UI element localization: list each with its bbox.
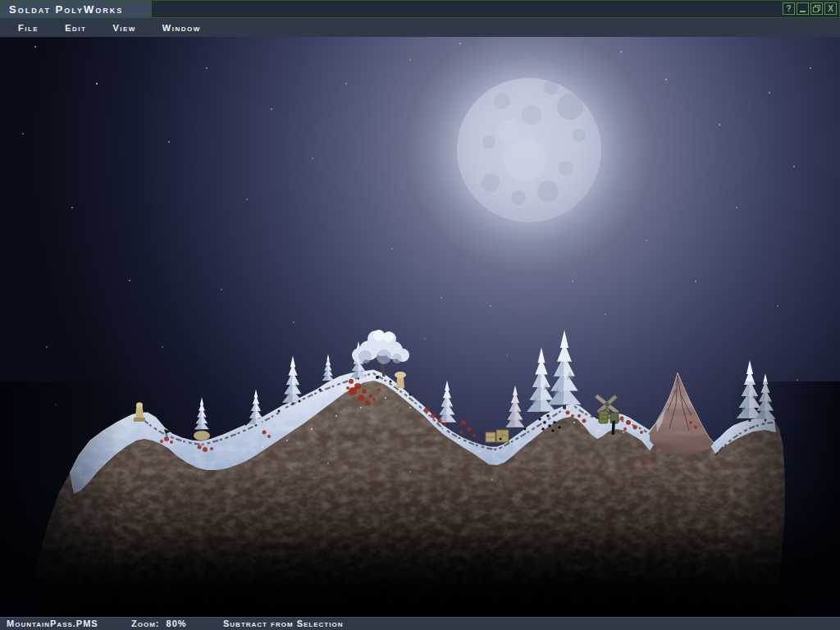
rock-outcrop	[194, 431, 210, 441]
menu-view[interactable]: View	[104, 23, 144, 33]
status-zoom: Zoom: 80%	[131, 618, 187, 629]
restore-button[interactable]	[810, 2, 823, 15]
statusbar: MountainPass.PMS Zoom: 80% Subtract from…	[0, 617, 840, 630]
question-mark-icon: ?	[786, 5, 791, 13]
menubar: File Edit View Window	[0, 18, 840, 37]
map-canvas[interactable]	[0, 37, 840, 617]
x-mark-icon: X	[828, 5, 833, 13]
bottom-fade	[0, 472, 840, 617]
menu-edit[interactable]: Edit	[57, 23, 94, 33]
status-active-tool: Subtract from Selection	[223, 618, 343, 629]
menu-file[interactable]: File	[10, 23, 47, 33]
titlebar: Soldat PolyWorks ? X	[0, 0, 840, 18]
window-controls: ? X	[783, 2, 837, 15]
close-button[interactable]: X	[824, 2, 837, 15]
app-title: Soldat PolyWorks	[9, 3, 123, 16]
right-fade	[722, 381, 840, 617]
title-panel: Soldat PolyWorks	[1, 1, 152, 17]
menu-window[interactable]: Window	[154, 23, 209, 33]
help-button[interactable]: ?	[783, 2, 795, 15]
left-fade	[0, 381, 123, 617]
full-moon	[406, 37, 652, 273]
polyworks-window: Soldat PolyWorks ? X File Edit View Wind…	[0, 0, 840, 630]
underscore-bar-icon	[800, 11, 806, 12]
status-filename: MountainPass.PMS	[7, 618, 98, 629]
overlapping-squares-icon	[813, 5, 820, 12]
minimize-button[interactable]	[797, 2, 809, 15]
